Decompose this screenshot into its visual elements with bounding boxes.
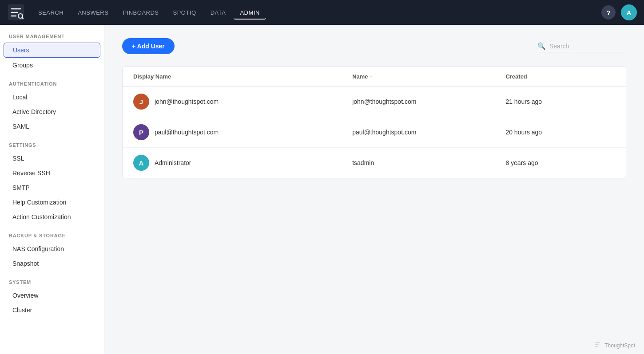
sidebar-item-groups[interactable]: Groups bbox=[4, 58, 100, 72]
name-paul: paul@thoughtspot.com bbox=[352, 129, 505, 136]
display-name-john: john@thoughtspot.com bbox=[155, 98, 219, 105]
add-user-button[interactable]: + Add User bbox=[122, 38, 175, 54]
sidebar-item-overview[interactable]: Overview bbox=[4, 288, 100, 303]
nav-pinboards[interactable]: PINBOARDS bbox=[116, 6, 165, 20]
toolbar: + Add User 🔍 bbox=[122, 38, 626, 54]
sidebar-item-help-customization[interactable]: Help Customization bbox=[4, 195, 100, 209]
avatar-paul: P bbox=[133, 124, 149, 140]
footer: ThoughtSpot bbox=[595, 341, 635, 350]
search-icon: 🔍 bbox=[537, 42, 546, 50]
sidebar-item-nas-configuration[interactable]: NAS Configuration bbox=[4, 242, 100, 256]
sidebar-item-users[interactable]: Users bbox=[4, 43, 100, 58]
created-john: 21 hours ago bbox=[505, 98, 615, 105]
table-row[interactable]: P paul@thoughtspot.com paul@thoughtspot.… bbox=[123, 117, 626, 148]
display-name-cell-john: J john@thoughtspot.com bbox=[133, 94, 352, 110]
footer-logo-icon bbox=[595, 341, 602, 350]
section-label-settings: Settings bbox=[0, 142, 104, 148]
footer-label: ThoughtSpot bbox=[604, 342, 635, 349]
sidebar-item-cluster[interactable]: Cluster bbox=[4, 303, 100, 317]
sidebar-item-reverse-ssh[interactable]: Reverse SSH bbox=[4, 166, 100, 180]
table-row[interactable]: A Administrator tsadmin 8 years ago bbox=[123, 148, 626, 178]
section-label-backup-storage: Backup & Storage bbox=[0, 233, 104, 238]
nav-spotiq[interactable]: SPOTIQ bbox=[167, 6, 203, 20]
display-name-cell-admin: A Administrator bbox=[133, 155, 352, 171]
nav-admin[interactable]: ADMIN bbox=[234, 6, 266, 20]
topnav-right: ? A bbox=[601, 4, 637, 20]
help-button[interactable]: ? bbox=[601, 5, 616, 20]
sort-arrow-name: ↑ bbox=[370, 74, 373, 79]
search-box: 🔍 bbox=[537, 40, 626, 52]
name-admin: tsadmin bbox=[352, 159, 505, 166]
sidebar-item-snapshot[interactable]: Snapshot bbox=[4, 256, 100, 271]
nav-search[interactable]: SEARCH bbox=[32, 6, 70, 20]
section-label-system: System bbox=[0, 279, 104, 285]
avatar-admin: A bbox=[133, 155, 149, 171]
display-name-admin: Administrator bbox=[155, 159, 191, 166]
display-name-cell-paul: P paul@thoughtspot.com bbox=[133, 124, 352, 140]
table-row[interactable]: J john@thoughtspot.com john@thoughtspot.… bbox=[123, 87, 626, 117]
section-label-user-management: User Management bbox=[0, 34, 104, 39]
main-layout: User Management Users Groups Authenticat… bbox=[0, 25, 644, 354]
sidebar-item-action-customization[interactable]: Action Customization bbox=[4, 210, 100, 224]
table-header: Display Name Name ↑ Created bbox=[123, 67, 626, 87]
sidebar-item-local[interactable]: Local bbox=[4, 90, 100, 104]
sidebar-item-smtp[interactable]: SMTP bbox=[4, 181, 100, 195]
user-table: Display Name Name ↑ Created J john@thoug… bbox=[122, 67, 626, 178]
sidebar: User Management Users Groups Authenticat… bbox=[0, 25, 104, 354]
created-admin: 8 years ago bbox=[505, 159, 615, 166]
name-john: john@thoughtspot.com bbox=[352, 98, 505, 105]
nav-data[interactable]: DATA bbox=[204, 6, 232, 20]
nav-links: SEARCH ANSWERS PINBOARDS SPOTIQ DATA ADM… bbox=[32, 6, 598, 20]
main-content: + Add User 🔍 Display Name Name ↑ Created… bbox=[104, 25, 644, 354]
created-paul: 20 hours ago bbox=[505, 129, 615, 136]
display-name-paul: paul@thoughtspot.com bbox=[155, 129, 219, 136]
col-header-created: Created bbox=[505, 73, 615, 80]
sidebar-item-saml[interactable]: SAML bbox=[4, 119, 100, 134]
col-header-name[interactable]: Name ↑ bbox=[352, 73, 505, 80]
nav-answers[interactable]: ANSWERS bbox=[72, 6, 115, 20]
search-input[interactable] bbox=[549, 43, 625, 50]
user-avatar-button[interactable]: A bbox=[621, 4, 637, 20]
sidebar-item-active-directory[interactable]: Active Directory bbox=[4, 105, 100, 119]
col-header-display-name: Display Name bbox=[133, 73, 352, 80]
sidebar-item-ssl[interactable]: SSL bbox=[4, 151, 100, 165]
top-navigation: SEARCH ANSWERS PINBOARDS SPOTIQ DATA ADM… bbox=[0, 0, 644, 25]
app-logo[interactable] bbox=[7, 4, 25, 21]
section-label-authentication: Authentication bbox=[0, 81, 104, 87]
avatar-john: J bbox=[133, 94, 149, 110]
